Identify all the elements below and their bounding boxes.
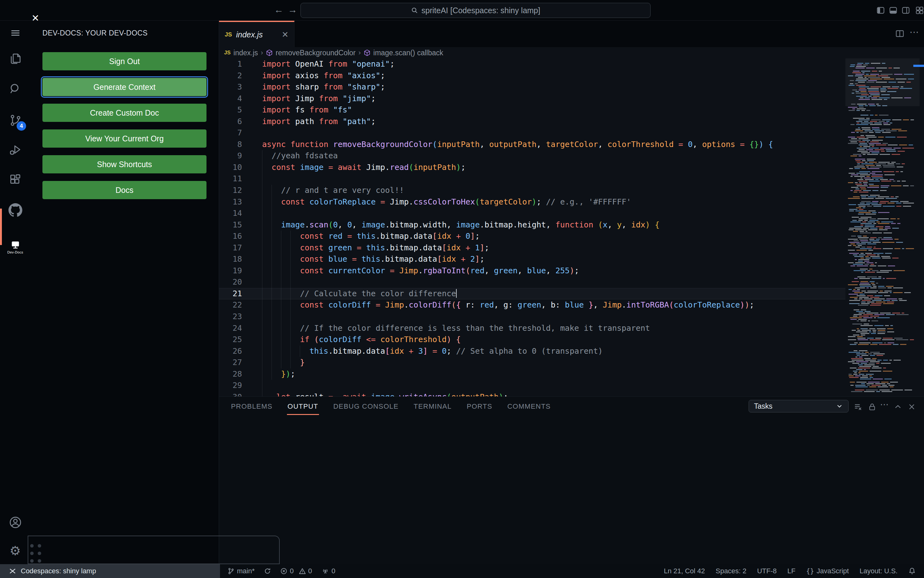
problems-item[interactable]: 0 0 bbox=[280, 567, 312, 575]
git-branch-item[interactable]: main* bbox=[228, 567, 255, 575]
branch-name: main* bbox=[237, 567, 255, 575]
encoding-item[interactable]: UTF-8 bbox=[757, 567, 777, 575]
tab-comments[interactable]: COMMENTS bbox=[507, 401, 551, 412]
clear-output-icon[interactable] bbox=[854, 403, 862, 411]
code-line: 12// r and t are very cool!! bbox=[219, 185, 846, 196]
tab-label: index.js bbox=[236, 30, 263, 39]
sign-out-button[interactable]: Sign Out bbox=[42, 52, 207, 70]
panel-tabs: PROBLEMS OUTPUT DEBUG CONSOLE TERMINAL P… bbox=[230, 397, 551, 416]
code-line: 2import axios from "axios"; bbox=[219, 70, 846, 82]
code-line: 10const image = await Jimp.read(inputPat… bbox=[219, 162, 846, 174]
bottom-panel: PROBLEMS OUTPUT DEBUG CONSOLE TERMINAL P… bbox=[219, 396, 924, 564]
code-line: 22const colorDiff = Jimp.colorDiff({ r: … bbox=[219, 299, 846, 311]
search-view-icon[interactable] bbox=[0, 77, 31, 101]
error-count: 0 bbox=[290, 567, 294, 575]
tab-close-icon[interactable]: ✕ bbox=[281, 30, 288, 40]
floating-widget bbox=[28, 536, 280, 564]
layout-item[interactable]: Layout: U.S. bbox=[860, 567, 898, 575]
indentation-item[interactable]: Spaces: 2 bbox=[716, 567, 747, 575]
code-line: 8async function removeBackgroundColor(in… bbox=[219, 139, 846, 151]
code-line: 28}); bbox=[219, 369, 846, 380]
lock-icon[interactable] bbox=[868, 403, 876, 411]
scm-badge: 4 bbox=[17, 121, 26, 131]
symbol-cube-icon bbox=[266, 49, 273, 56]
code-line: 13const colorToReplace = Jimp.cssColorTo… bbox=[219, 196, 846, 208]
command-center-search[interactable]: spriteAI [Codespaces: shiny lamp] bbox=[301, 3, 651, 18]
remote-indicator[interactable]: Codespaces: shiny lamp bbox=[0, 564, 220, 578]
overview-ruler-mark bbox=[913, 65, 924, 67]
breadcrumb-callback[interactable]: image.scan() callback bbox=[373, 49, 443, 57]
code-line: 1import OpenAI from "openai"; bbox=[219, 58, 846, 70]
language-label: JavaScript bbox=[817, 567, 849, 575]
minimap[interactable] bbox=[846, 58, 919, 393]
code-line: 11 bbox=[219, 173, 846, 185]
status-bar: Codespaces: shiny lamp main* 0 0 0 Ln 21… bbox=[0, 564, 924, 578]
view-current-org-button[interactable]: View Your Current Org bbox=[42, 130, 207, 148]
code-line: 26this.bitmap.data[idx + 3] = 0; // Set … bbox=[219, 346, 846, 357]
generate-context-button[interactable]: Generate Context bbox=[42, 78, 207, 96]
run-debug-icon[interactable] bbox=[0, 138, 31, 162]
account-icon[interactable] bbox=[0, 510, 31, 535]
symbol-cube-icon bbox=[364, 49, 371, 56]
code-line: 18const blue = this.bitmap.data[idx + 2]… bbox=[219, 253, 846, 265]
code-line: 15image.scan(0, 0, image.bitmap.width, i… bbox=[219, 219, 846, 231]
tab-debug-console[interactable]: DEBUG CONSOLE bbox=[333, 401, 399, 412]
cursor-position-item[interactable]: Ln 21, Col 42 bbox=[664, 567, 705, 575]
tab-output[interactable]: OUTPUT bbox=[287, 401, 319, 412]
show-shortcuts-button[interactable]: Show Shortcuts bbox=[42, 155, 207, 174]
ports-item[interactable]: 0 bbox=[322, 567, 335, 575]
code-line: 4import Jimp from "jimp"; bbox=[219, 93, 846, 105]
explorer-icon[interactable] bbox=[0, 47, 31, 71]
back-icon[interactable]: ← bbox=[274, 5, 283, 15]
extensions-icon[interactable] bbox=[0, 168, 31, 192]
devdocs-view-icon[interactable]: Dev-Docs bbox=[0, 231, 31, 265]
tab-terminal[interactable]: TERMINAL bbox=[413, 401, 452, 412]
code-line: 29 bbox=[219, 380, 846, 391]
code-line: 24// If the color difference is less tha… bbox=[219, 323, 846, 334]
output-channel-value: Tasks bbox=[754, 402, 773, 411]
ports-count: 0 bbox=[332, 567, 335, 575]
remote-icon bbox=[9, 567, 16, 575]
toggle-secondary-sidebar-icon[interactable] bbox=[901, 6, 910, 15]
braces-icon: {} bbox=[806, 567, 814, 575]
code-lines: 1import OpenAI from "openai";2import axi… bbox=[219, 58, 924, 396]
toggle-panel-icon[interactable] bbox=[889, 6, 898, 15]
source-control-icon[interactable]: 4 bbox=[0, 108, 31, 133]
output-channel-select[interactable]: Tasks bbox=[748, 400, 849, 412]
customize-layout-icon[interactable] bbox=[915, 6, 924, 15]
widget-close-icon[interactable]: ✕ bbox=[31, 13, 39, 24]
code-line: 25if (colorDiff <= colorThreshold) { bbox=[219, 334, 846, 346]
sync-item[interactable] bbox=[264, 568, 271, 575]
github-icon[interactable] bbox=[0, 198, 31, 222]
settings-gear-icon[interactable]: ⚙ bbox=[0, 538, 31, 563]
maximize-panel-icon[interactable] bbox=[894, 403, 902, 411]
menu-icon[interactable] bbox=[0, 21, 31, 45]
eol-item[interactable]: LF bbox=[787, 567, 795, 575]
language-item[interactable]: {} JavaScript bbox=[806, 567, 849, 575]
toggle-sidebar-icon[interactable] bbox=[876, 6, 885, 15]
code-editor[interactable]: 1import OpenAI from "openai";2import axi… bbox=[219, 58, 924, 396]
chevron-right-icon: › bbox=[359, 49, 361, 57]
code-line: 16const red = this.bitmap.data[idx + 0]; bbox=[219, 231, 846, 242]
devdocs-sidebar: DEV-DOCS: YOUR DEV-DOCS Sign Out Generat… bbox=[31, 21, 219, 564]
remote-label: Codespaces: shiny lamp bbox=[21, 567, 96, 575]
code-line: 14 bbox=[219, 208, 846, 219]
devdocs-label: Dev-Docs bbox=[7, 250, 23, 254]
editor-more-actions-icon[interactable]: ⋯ bbox=[909, 26, 919, 37]
sidebar-title: DEV-DOCS: YOUR DEV-DOCS bbox=[42, 29, 148, 37]
split-editor-icon[interactable] bbox=[895, 29, 904, 38]
search-value: spriteAI [Codespaces: shiny lamp] bbox=[421, 6, 540, 15]
close-panel-icon[interactable] bbox=[908, 403, 916, 411]
tab-ports[interactable]: PORTS bbox=[466, 401, 493, 412]
title-bar: ← → spriteAI [Codespaces: shiny lamp] bbox=[0, 0, 924, 21]
tab-problems[interactable]: PROBLEMS bbox=[230, 401, 273, 412]
active-view-indicator bbox=[0, 209, 2, 245]
breadcrumb-file[interactable]: index.js bbox=[234, 49, 258, 57]
panel-more-actions-icon[interactable]: ⋯ bbox=[880, 399, 889, 410]
breadcrumb-symbol[interactable]: removeBackgroundColor bbox=[276, 49, 355, 57]
docs-button[interactable]: Docs bbox=[42, 181, 207, 199]
tab-index-js[interactable]: JS index.js ✕ bbox=[219, 21, 294, 47]
create-custom-doc-button[interactable]: Create Custom Doc bbox=[42, 104, 207, 122]
forward-icon[interactable]: → bbox=[288, 5, 297, 15]
notifications-bell-icon[interactable] bbox=[908, 567, 916, 575]
